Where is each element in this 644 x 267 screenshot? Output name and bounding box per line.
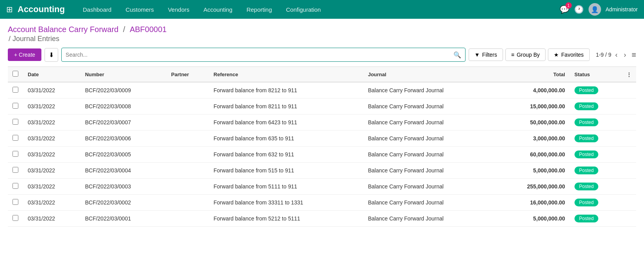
row-date-0: 03/31/2022	[23, 82, 80, 99]
row-journal-6: Balance Carry Forward Journal	[363, 179, 496, 195]
filter-buttons: ▼ Filters ≡ Group By ★ Favorites	[469, 48, 590, 61]
table-row[interactable]: 03/31/2022 BCF/2022/03/0005 Forward bala…	[8, 147, 636, 163]
table-row[interactable]: 03/31/2022 BCF/2022/03/0008 Forward bala…	[8, 99, 636, 115]
row-checkbox-8[interactable]	[8, 211, 23, 227]
row-more-6[interactable]	[622, 179, 636, 195]
row-partner-6	[166, 179, 209, 195]
pagination-next[interactable]: ›	[621, 50, 628, 60]
col-total: Total	[496, 67, 570, 82]
row-reference-0: Forward balance from 8212 to 911	[209, 82, 363, 99]
search-input[interactable]	[66, 52, 453, 58]
row-checkbox-7[interactable]	[8, 195, 23, 211]
row-checkbox-2[interactable]	[8, 115, 23, 131]
favorites-button[interactable]: ★ Favorites	[548, 48, 590, 61]
row-reference-1: Forward balance from 8211 to 911	[209, 99, 363, 115]
search-icon[interactable]: 🔍	[453, 51, 461, 59]
col-number: Number	[80, 67, 167, 82]
star-icon: ★	[554, 52, 559, 58]
pagination: 1-9 / 9 ‹ › ≡	[596, 50, 636, 60]
row-date-6: 03/31/2022	[23, 179, 80, 195]
row-checkbox-5[interactable]	[8, 163, 23, 179]
row-number-6: BCF/2022/03/0003	[80, 179, 167, 195]
row-status-5: Posted	[570, 163, 622, 179]
export-icon: ⬇	[49, 51, 54, 59]
breadcrumb-link1[interactable]: Account Balance Carry Forward	[8, 25, 118, 34]
breadcrumb-sep2: /	[9, 35, 12, 43]
filters-button[interactable]: ▼ Filters	[469, 48, 503, 61]
row-more-0[interactable]	[622, 82, 636, 99]
row-status-8: Posted	[570, 211, 622, 227]
table-row[interactable]: 03/31/2022 BCF/2022/03/0009 Forward bala…	[8, 82, 636, 99]
filter-icon: ▼	[475, 52, 480, 58]
nav-configuration[interactable]: Configuration	[279, 0, 328, 19]
select-all-checkbox[interactable]	[12, 71, 18, 77]
row-more-5[interactable]	[622, 163, 636, 179]
table-row[interactable]: 03/31/2022 BCF/2022/03/0007 Forward bala…	[8, 115, 636, 131]
row-more-7[interactable]	[622, 195, 636, 211]
row-number-1: BCF/2022/03/0008	[80, 99, 167, 115]
row-status-7: Posted	[570, 195, 622, 211]
table-row[interactable]: 03/31/2022 BCF/2022/03/0003 Forward bala…	[8, 179, 636, 195]
nav-accounting[interactable]: Accounting	[196, 0, 239, 19]
breadcrumb-link2[interactable]: ABF00001	[130, 25, 167, 34]
user-name[interactable]: Administrator	[606, 6, 638, 13]
list-view-icon[interactable]: ≡	[632, 50, 636, 59]
row-more-4[interactable]	[622, 147, 636, 163]
nav-right: 💬 1 🕐 👤 Administrator	[560, 3, 638, 16]
table-header: Date Number Partner Reference Journal To…	[8, 67, 636, 82]
row-reference-5: Forward balance from 515 to 911	[209, 163, 363, 179]
row-more-8[interactable]	[622, 211, 636, 227]
row-date-2: 03/31/2022	[23, 115, 80, 131]
row-partner-1	[166, 99, 209, 115]
groupby-button[interactable]: ≡ Group By	[505, 48, 546, 61]
row-checkbox-0[interactable]	[8, 82, 23, 99]
avatar[interactable]: 👤	[589, 3, 601, 16]
journal-entries-table: Date Number Partner Reference Journal To…	[0, 66, 644, 227]
table-row[interactable]: 03/31/2022 BCF/2022/03/0001 Forward bala…	[8, 211, 636, 227]
nav-links: Dashboard Customers Vendors Accounting R…	[76, 0, 557, 19]
select-all-header[interactable]	[8, 67, 23, 82]
row-total-3: 3,000,000.00	[496, 131, 570, 147]
row-journal-7: Balance Carry Forward Journal	[363, 195, 496, 211]
col-more[interactable]: ⋮	[622, 67, 636, 82]
row-more-3[interactable]	[622, 131, 636, 147]
col-reference: Reference	[209, 67, 363, 82]
export-button[interactable]: ⬇	[45, 48, 58, 62]
notifications-button[interactable]: 💬 1	[560, 5, 569, 14]
row-checkbox-3[interactable]	[8, 131, 23, 147]
row-checkbox-6[interactable]	[8, 179, 23, 195]
row-status-2: Posted	[570, 115, 622, 131]
row-checkbox-1[interactable]	[8, 99, 23, 115]
col-partner: Partner	[166, 67, 209, 82]
clock-icon[interactable]: 🕐	[574, 5, 584, 14]
row-number-5: BCF/2022/03/0004	[80, 163, 167, 179]
nav-vendors[interactable]: Vendors	[161, 0, 196, 19]
row-more-2[interactable]	[622, 115, 636, 131]
nav-reporting[interactable]: Reporting	[239, 0, 279, 19]
grid-icon[interactable]: ⊞	[6, 5, 13, 14]
row-partner-2	[166, 115, 209, 131]
row-total-5: 5,000,000.00	[496, 163, 570, 179]
pagination-prev[interactable]: ‹	[613, 50, 620, 60]
row-date-8: 03/31/2022	[23, 211, 80, 227]
breadcrumb-journal-entries: Journal Entries	[12, 35, 59, 43]
row-more-1[interactable]	[622, 99, 636, 115]
row-journal-5: Balance Carry Forward Journal	[363, 163, 496, 179]
row-reference-2: Forward balance from 6423 to 911	[209, 115, 363, 131]
table-row[interactable]: 03/31/2022 BCF/2022/03/0004 Forward bala…	[8, 163, 636, 179]
breadcrumb-sub: / Journal Entries	[8, 35, 636, 43]
nav-customers[interactable]: Customers	[118, 0, 161, 19]
pagination-text: 1-9 / 9	[596, 52, 612, 58]
row-total-1: 15,000,000.00	[496, 99, 570, 115]
table-row[interactable]: 03/31/2022 BCF/2022/03/0006 Forward bala…	[8, 131, 636, 147]
row-checkbox-4[interactable]	[8, 147, 23, 163]
row-journal-0: Balance Carry Forward Journal	[363, 82, 496, 99]
create-button[interactable]: + Create	[8, 48, 41, 61]
row-status-0: Posted	[570, 82, 622, 99]
table-row[interactable]: 03/31/2022 BCF/2022/03/0002 Forward bala…	[8, 195, 636, 211]
row-date-4: 03/31/2022	[23, 147, 80, 163]
row-journal-1: Balance Carry Forward Journal	[363, 99, 496, 115]
row-partner-5	[166, 163, 209, 179]
nav-dashboard[interactable]: Dashboard	[76, 0, 118, 19]
row-journal-4: Balance Carry Forward Journal	[363, 147, 496, 163]
